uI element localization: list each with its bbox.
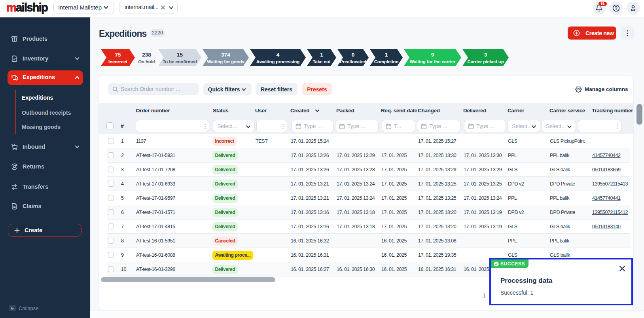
svg-text:238: 238 <box>142 52 151 58</box>
svg-text:3: 3 <box>484 52 487 58</box>
svg-text:9: 9 <box>431 52 434 58</box>
svg-text:Waiting for the carrier: Waiting for the carrier <box>410 59 456 64</box>
svg-text:1: 1 <box>385 52 388 58</box>
svg-text:To be confirmed: To be confirmed <box>163 59 197 64</box>
svg-text:Take out: Take out <box>313 59 330 64</box>
svg-text:Preallocated: Preallocated <box>340 59 366 64</box>
svg-text:15: 15 <box>177 52 183 58</box>
svg-text:75: 75 <box>115 52 121 58</box>
svg-text:1: 1 <box>320 52 323 58</box>
svg-text:374: 374 <box>221 52 230 58</box>
svg-text:Incorrect: Incorrect <box>108 59 127 64</box>
svg-text:Carrier picked up: Carrier picked up <box>468 59 504 64</box>
svg-text:Completion: Completion <box>374 59 399 64</box>
svg-text:Awaiting processing: Awaiting processing <box>256 59 299 64</box>
svg-text:Waiting for goods: Waiting for goods <box>207 59 244 64</box>
svg-text:4: 4 <box>277 52 280 58</box>
svg-text:On hold: On hold <box>138 59 155 64</box>
svg-text:0: 0 <box>352 52 355 58</box>
